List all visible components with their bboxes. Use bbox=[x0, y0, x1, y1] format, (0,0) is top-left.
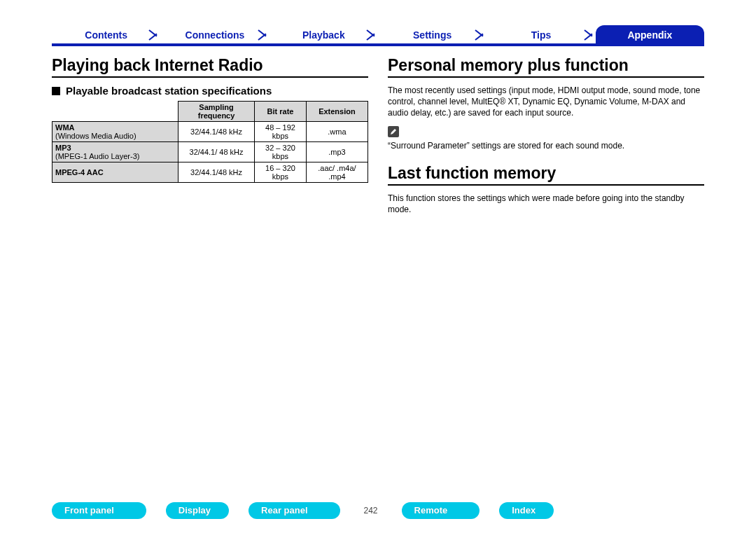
button-label: Remote bbox=[414, 505, 448, 515]
bottom-nav: Front panel Display Rear panel 242 Remot… bbox=[52, 501, 704, 520]
button-label: Rear panel bbox=[261, 505, 307, 515]
cell: 32/44.1/48 kHz bbox=[178, 122, 255, 142]
section-title: Playing back Internet Radio bbox=[52, 56, 368, 78]
table-header: Bit rate bbox=[255, 102, 307, 122]
button-label: Display bbox=[178, 505, 211, 515]
tab-label: Settings bbox=[413, 29, 451, 41]
cell: .mp3 bbox=[306, 142, 368, 162]
tab-contents[interactable]: Contents bbox=[52, 27, 160, 45]
button-label: Index bbox=[512, 505, 536, 515]
tab-label: Connections bbox=[186, 29, 245, 41]
tab-tips[interactable]: Tips bbox=[486, 27, 595, 45]
tab-settings[interactable]: Settings bbox=[378, 27, 486, 45]
remote-button[interactable]: Remote bbox=[402, 502, 480, 519]
tab-label: Playback bbox=[302, 29, 345, 41]
spec-table: Sampling frequency Bit rate Extension WM… bbox=[52, 101, 368, 183]
table-row: WMA(Windows Media Audio) 32/44.1/48 kHz … bbox=[52, 122, 368, 142]
tab-label: Tips bbox=[531, 29, 552, 41]
cell: .aac/ .m4a/ .mp4 bbox=[306, 162, 368, 183]
format-cell: MPEG-4 AAC bbox=[52, 162, 178, 183]
subsection-label: Playable broadcast station specification… bbox=[66, 85, 272, 97]
tab-appendix[interactable]: Appendix bbox=[596, 27, 704, 45]
square-bullet-icon bbox=[52, 87, 60, 95]
table-header: Sampling frequency bbox=[178, 102, 255, 122]
body-text: This function stores the settings which … bbox=[388, 193, 704, 215]
main-columns: Playing back Internet Radio Playable bro… bbox=[52, 56, 704, 477]
table-row: MPEG-4 AAC 32/44.1/48 kHz 16 – 320 kbps … bbox=[52, 162, 368, 183]
button-label: Front panel bbox=[64, 505, 114, 515]
cell: 16 – 320 kbps bbox=[255, 162, 307, 183]
table-header: Extension bbox=[306, 102, 368, 122]
tab-label: Appendix bbox=[627, 29, 672, 41]
rear-panel-button[interactable]: Rear panel bbox=[248, 502, 340, 519]
subsection-heading: Playable broadcast station specification… bbox=[52, 85, 368, 97]
tab-label: Contents bbox=[85, 29, 127, 41]
cell: 32/44.1/48 kHz bbox=[178, 162, 255, 183]
format-cell: WMA(Windows Media Audio) bbox=[52, 122, 178, 142]
cell: 32/44.1/ 48 kHz bbox=[178, 142, 255, 162]
tab-connections[interactable]: Connections bbox=[160, 27, 269, 45]
page-number: 242 bbox=[360, 506, 382, 515]
index-button[interactable]: Index bbox=[499, 502, 554, 519]
cell: 32 – 320 kbps bbox=[255, 142, 307, 162]
left-column: Playing back Internet Radio Playable bro… bbox=[52, 56, 368, 477]
section-title: Last function memory bbox=[388, 164, 704, 186]
tab-playback[interactable]: Playback bbox=[270, 27, 378, 45]
body-text: The most recently used settings (input m… bbox=[388, 85, 704, 119]
table-header-empty bbox=[52, 102, 178, 122]
section-title: Personal memory plus function bbox=[388, 56, 704, 78]
cell: 48 – 192 kbps bbox=[255, 122, 307, 142]
top-nav: Contents Connections Playback Settings T… bbox=[52, 27, 704, 45]
nav-underline bbox=[52, 43, 704, 46]
note-text: “Surround Parameter” settings are stored… bbox=[388, 140, 704, 151]
table-row: MP3(MPEG-1 Audio Layer-3) 32/44.1/ 48 kH… bbox=[52, 142, 368, 162]
format-cell: MP3(MPEG-1 Audio Layer-3) bbox=[52, 142, 178, 162]
front-panel-button[interactable]: Front panel bbox=[52, 502, 146, 519]
cell: .wma bbox=[306, 122, 368, 142]
right-column: Personal memory plus function The most r… bbox=[388, 56, 704, 477]
pencil-note-icon bbox=[388, 126, 399, 137]
display-button[interactable]: Display bbox=[166, 502, 229, 519]
